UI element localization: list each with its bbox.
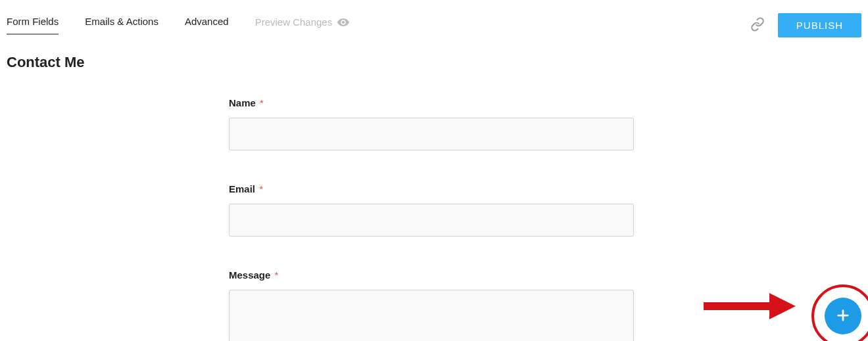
required-indicator: * bbox=[259, 183, 263, 194]
eye-icon bbox=[337, 18, 349, 26]
tab-form-fields[interactable]: Form Fields bbox=[7, 16, 59, 35]
name-label: Name * bbox=[229, 97, 634, 108]
message-input[interactable] bbox=[229, 290, 634, 341]
name-input[interactable] bbox=[229, 118, 634, 150]
email-label-text: Email bbox=[229, 183, 255, 194]
add-field-button[interactable] bbox=[825, 298, 861, 334]
add-button-container bbox=[825, 298, 861, 334]
form-area: Name * Email * Message * bbox=[229, 97, 634, 341]
form-title: Contact Me bbox=[7, 54, 868, 71]
field-group-message: Message * bbox=[229, 269, 634, 341]
message-label: Message * bbox=[229, 269, 634, 281]
svg-marker-1 bbox=[769, 293, 796, 319]
annotation-arrow bbox=[704, 293, 802, 319]
field-group-email: Email * bbox=[229, 183, 634, 237]
top-bar: Form Fields Emails & Actions Advanced Pr… bbox=[0, 0, 868, 37]
publish-button[interactable]: PUBLISH bbox=[778, 13, 861, 37]
email-input[interactable] bbox=[229, 204, 634, 237]
plus-icon bbox=[836, 308, 850, 325]
tab-emails-actions[interactable]: Emails & Actions bbox=[85, 16, 158, 35]
svg-rect-0 bbox=[704, 302, 769, 310]
tab-advanced[interactable]: Advanced bbox=[185, 16, 229, 35]
required-indicator: * bbox=[260, 97, 264, 108]
top-right-actions: PUBLISH bbox=[750, 13, 861, 37]
link-icon[interactable] bbox=[750, 17, 765, 34]
email-label: Email * bbox=[229, 183, 634, 194]
message-label-text: Message bbox=[229, 269, 270, 281]
tabs: Form Fields Emails & Actions Advanced Pr… bbox=[7, 16, 349, 35]
tab-preview-label: Preview Changes bbox=[255, 16, 333, 28]
field-group-name: Name * bbox=[229, 97, 634, 150]
name-label-text: Name bbox=[229, 97, 256, 108]
required-indicator: * bbox=[275, 269, 279, 281]
tab-preview-changes[interactable]: Preview Changes bbox=[255, 16, 350, 35]
